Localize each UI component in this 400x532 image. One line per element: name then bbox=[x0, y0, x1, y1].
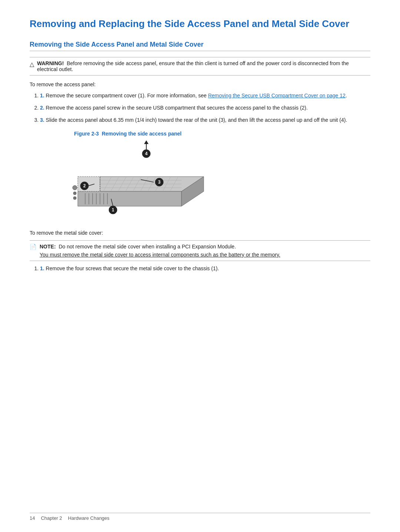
footer-page-num: 14 bbox=[30, 515, 35, 521]
figure-container: Figure 2-3 Removing the side access pane… bbox=[44, 131, 370, 221]
note-icon: 📄 bbox=[30, 244, 37, 250]
cover-step-1-text: Remove the four screws that secure the m… bbox=[46, 265, 219, 271]
cover-step-1: 1. Remove the four screws that secure th… bbox=[40, 265, 370, 272]
intro-access-panel: To remove the access panel: bbox=[30, 81, 370, 87]
cover-step-1-num: 1. bbox=[40, 265, 44, 271]
svg-text:4: 4 bbox=[145, 151, 148, 156]
step-1-num: 1. bbox=[40, 93, 44, 98]
svg-text:3: 3 bbox=[158, 180, 161, 185]
svg-text:1: 1 bbox=[112, 207, 114, 213]
step-1-text-after: . bbox=[346, 93, 347, 98]
svg-text:2: 2 bbox=[83, 183, 86, 188]
svg-marker-40 bbox=[144, 140, 149, 144]
warning-label: WARNING! bbox=[37, 60, 64, 66]
step-3-text: Slide the access panel about 6.35 mm (1/… bbox=[46, 117, 347, 123]
step-1-text-before: Remove the secure compartment cover (1).… bbox=[46, 93, 208, 98]
svg-point-26 bbox=[73, 197, 76, 200]
step-2: 2. Remove the access panel screw in the … bbox=[40, 104, 370, 112]
warning-text: Before removing the side access panel, e… bbox=[37, 60, 349, 72]
note-label: NOTE: bbox=[40, 244, 56, 250]
access-panel-steps: 1. Remove the secure compartment cover (… bbox=[40, 92, 370, 124]
note-underline-text: You must remove the metal side cover to … bbox=[40, 252, 280, 258]
step-1: 1. Remove the secure compartment cover (… bbox=[40, 92, 370, 100]
page-title: Removing and Replacing the Side Access P… bbox=[30, 18, 370, 30]
intro-metal-cover: To remove the metal side cover: bbox=[30, 230, 370, 236]
note-content: NOTE: Do not remove the metal side cover… bbox=[40, 244, 280, 258]
footer: 14 Chapter 2 Hardware Changes bbox=[30, 513, 370, 521]
warning-content: WARNING! Before removing the side access… bbox=[37, 60, 370, 72]
warning-icon: △ bbox=[30, 61, 34, 68]
note-box: 📄 NOTE: Do not remove the metal side cov… bbox=[30, 240, 370, 261]
note-text: Do not remove the metal side cover when … bbox=[59, 244, 236, 250]
cover-steps: 1. Remove the four screws that secure th… bbox=[40, 265, 370, 272]
footer-section: Hardware Changes bbox=[68, 515, 110, 521]
step-3: 3. Slide the access panel about 6.35 mm … bbox=[40, 116, 370, 124]
warning-box: △ WARNING! Before removing the side acce… bbox=[30, 57, 370, 76]
device-illustration: 1 2 3 4 bbox=[44, 140, 215, 221]
svg-marker-1 bbox=[78, 191, 181, 206]
svg-point-24 bbox=[73, 185, 77, 190]
svg-point-25 bbox=[73, 192, 76, 195]
step-3-num: 3. bbox=[40, 117, 44, 123]
step-2-num: 2. bbox=[40, 105, 44, 111]
note-first-line: NOTE: Do not remove the metal side cover… bbox=[40, 244, 280, 250]
figure-label: Figure 2-3 Removing the side access pane… bbox=[74, 131, 181, 137]
step-1-link[interactable]: Removing the Secure USB Compartment Cove… bbox=[208, 93, 346, 98]
section-title: Removing the Side Access Panel and Metal… bbox=[30, 41, 370, 51]
step-2-text: Remove the access panel screw in the sec… bbox=[46, 105, 308, 111]
footer-chapter: Chapter 2 bbox=[41, 515, 62, 521]
